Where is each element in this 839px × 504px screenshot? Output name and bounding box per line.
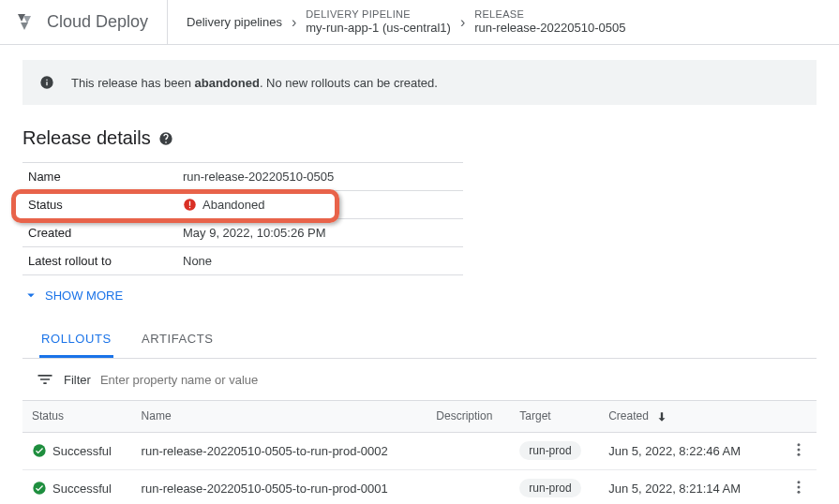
cell-status: Successful — [22, 469, 132, 504]
col-description[interactable]: Description — [427, 401, 510, 433]
cell-description — [427, 469, 510, 504]
breadcrumb-root[interactable]: Delivery pipelines — [187, 15, 282, 29]
cell-name[interactable]: run-release-20220510-0505-to-run-prod-00… — [132, 432, 427, 469]
error-icon — [183, 198, 197, 212]
more-vert-icon[interactable] — [790, 479, 807, 496]
cloud-deploy-logo-icon — [15, 11, 37, 34]
filter-label: Filter — [64, 373, 91, 387]
detail-value: run-release-20220510-0505 — [177, 163, 463, 191]
abandoned-banner: This release has been abandoned. No new … — [22, 60, 817, 105]
breadcrumb: Delivery pipelines › DELIVERY PIPELINE m… — [168, 7, 625, 37]
status-text: Successful — [52, 444, 112, 458]
detail-row-name: Name run-release-20220510-0505 — [22, 163, 463, 191]
target-chip[interactable]: run-prod — [519, 479, 580, 497]
svg-point-10 — [798, 491, 801, 494]
col-name[interactable]: Name — [132, 401, 427, 433]
help-icon[interactable] — [158, 131, 173, 146]
breadcrumb-pipeline[interactable]: DELIVERY PIPELINE my-run-app-1 (us-centr… — [306, 7, 451, 37]
cell-target: run-prod — [510, 469, 599, 504]
tabs: ROLLOUTS ARTIFACTS — [22, 322, 817, 359]
detail-value: May 9, 2022, 10:05:26 PM — [177, 219, 463, 247]
tab-artifacts[interactable]: ARTIFACTS — [140, 322, 216, 358]
target-chip[interactable]: run-prod — [519, 441, 580, 460]
detail-label: Latest rollout to — [22, 247, 177, 275]
cell-status: Successful — [22, 432, 132, 469]
svg-point-5 — [798, 448, 801, 451]
section-title-row: Release details — [22, 127, 817, 149]
svg-point-4 — [798, 443, 801, 446]
sort-desc-icon — [655, 410, 668, 423]
chevron-down-icon — [22, 287, 39, 304]
filter-icon[interactable] — [36, 370, 54, 389]
table-header-row: Status Name Description Target Created — [22, 401, 817, 433]
status-text: Abandoned — [202, 198, 265, 212]
cell-actions — [779, 469, 817, 504]
more-vert-icon[interactable] — [790, 441, 807, 458]
info-icon — [39, 75, 54, 90]
detail-label: Name — [22, 163, 177, 191]
breadcrumb-pipeline-value: my-run-app-1 (us-central1) — [306, 21, 451, 37]
app-header: Cloud Deploy Delivery pipelines › DELIVE… — [0, 0, 839, 45]
svg-point-6 — [798, 453, 801, 456]
cell-created: Jun 5, 2022, 8:22:46 AM — [599, 432, 779, 469]
banner-text: This release has been abandoned. No new … — [71, 76, 438, 90]
table-row: Successfulrun-release-20220510-0505-to-r… — [22, 432, 817, 469]
breadcrumb-release-label: RELEASE — [474, 7, 625, 21]
detail-row-latest-rollout: Latest rollout to None — [22, 247, 463, 275]
col-created[interactable]: Created — [599, 401, 779, 433]
details-wrapper: Name run-release-20220510-0505 Status Ab… — [22, 162, 817, 275]
logo-area: Cloud Deploy — [15, 0, 168, 44]
detail-row-created: Created May 9, 2022, 10:05:26 PM — [22, 219, 463, 247]
cell-description — [427, 432, 510, 469]
page-title: Release details — [22, 127, 151, 149]
svg-point-7 — [33, 482, 45, 495]
col-actions — [779, 401, 817, 433]
cell-name[interactable]: run-release-20220510-0505-to-run-prod-00… — [132, 469, 427, 504]
show-more-label: SHOW MORE — [45, 289, 123, 303]
chevron-right-icon: › — [460, 14, 465, 31]
status-text: Successful — [52, 482, 112, 496]
svg-rect-1 — [189, 201, 190, 206]
breadcrumb-release-value: run-release-20220510-0505 — [474, 21, 625, 37]
detail-label: Status — [22, 191, 177, 219]
success-icon — [32, 443, 47, 458]
success-icon — [32, 481, 47, 496]
col-status[interactable]: Status — [22, 401, 132, 433]
detail-row-status: Status Abandoned — [22, 191, 463, 219]
cell-created: Jun 5, 2022, 8:21:14 AM — [599, 469, 779, 504]
banner-strong: abandoned — [195, 76, 260, 90]
cell-actions — [779, 432, 817, 469]
svg-point-8 — [798, 481, 801, 483]
banner-post: . No new rollouts can be created. — [260, 76, 438, 90]
svg-point-9 — [798, 485, 801, 488]
filter-input[interactable] — [100, 373, 803, 387]
detail-value-cell: Abandoned — [177, 191, 463, 219]
svg-point-3 — [33, 445, 45, 457]
table-row: Successfulrun-release-20220510-0505-to-r… — [22, 469, 817, 504]
col-target[interactable]: Target — [510, 401, 599, 433]
product-name: Cloud Deploy — [47, 12, 148, 32]
status-value: Abandoned — [183, 198, 457, 212]
detail-label: Created — [22, 219, 177, 247]
detail-value: None — [177, 247, 463, 275]
col-created-label: Created — [608, 409, 649, 422]
rollouts-table: Status Name Description Target Created S… — [22, 400, 817, 504]
banner-pre: This release has been — [71, 76, 195, 90]
breadcrumb-release[interactable]: RELEASE run-release-20220510-0505 — [474, 7, 625, 37]
show-more-button[interactable]: SHOW MORE — [22, 287, 123, 304]
filter-bar: Filter — [22, 359, 817, 400]
chevron-right-icon: › — [292, 14, 296, 31]
breadcrumb-pipeline-label: DELIVERY PIPELINE — [306, 7, 451, 21]
details-table: Name run-release-20220510-0505 Status Ab… — [22, 162, 463, 275]
tab-rollouts[interactable]: ROLLOUTS — [39, 322, 113, 358]
svg-rect-2 — [189, 207, 190, 208]
cell-target: run-prod — [510, 432, 599, 469]
